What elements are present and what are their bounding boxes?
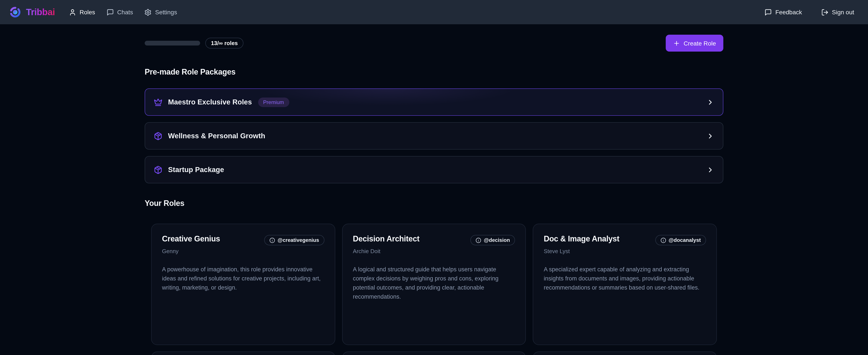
role-description: A logical and structured guide that help…: [353, 265, 515, 301]
package-row-maestro[interactable]: Maestro Exclusive Roles Premium: [145, 88, 723, 116]
nav-item-settings[interactable]: Settings: [144, 8, 177, 16]
package-icon: [154, 131, 162, 140]
role-card-partial[interactable]: [533, 352, 717, 355]
brand-name: Tribbai: [26, 7, 55, 17]
nav-item-chats[interactable]: Chats: [106, 8, 133, 16]
logout-icon: [821, 8, 828, 16]
info-icon: [270, 237, 275, 243]
chevron-right-icon: [707, 166, 714, 174]
role-subtitle: Archie Doit: [353, 248, 515, 255]
main-content: 13/∞ roles Create Role Pre-made Role Pac…: [145, 35, 723, 355]
feedback-button[interactable]: Feedback: [765, 8, 802, 16]
plus-icon: [673, 40, 680, 47]
roles-toolbar: 13/∞ roles Create Role: [145, 35, 723, 52]
package-row-startup[interactable]: Startup Package: [145, 156, 723, 183]
page: Tribbai Roles Chats Settings Feedback: [0, 0, 868, 355]
roles-count-badge: 13/∞ roles: [205, 38, 243, 49]
role-title: Doc & Image Analyst: [544, 235, 619, 244]
create-role-button[interactable]: Create Role: [666, 35, 723, 52]
role-handle-badge[interactable]: @creativegenius: [264, 235, 324, 245]
card-header: Decision Architect @decision: [353, 235, 515, 245]
role-cards-grid: Creative Genius @creativegenius Genny A …: [151, 224, 717, 345]
role-subtitle: Genny: [162, 248, 324, 255]
role-handle-badge[interactable]: @decision: [470, 235, 515, 245]
role-description: A specialized expert capable of analyzin…: [544, 265, 706, 293]
your-roles-section-title: Your Roles: [145, 199, 723, 208]
brand-logo[interactable]: Tribbai: [9, 6, 55, 19]
package-title: Wellness & Personal Growth: [168, 132, 265, 140]
role-card-partial[interactable]: [342, 352, 526, 355]
signout-label: Sign out: [832, 9, 854, 16]
package-list: Maestro Exclusive Roles Premium Wellness…: [145, 88, 723, 183]
role-card-creative-genius[interactable]: Creative Genius @creativegenius Genny A …: [151, 224, 335, 345]
package-title: Startup Package: [168, 166, 224, 174]
premade-section-title: Pre-made Role Packages: [145, 68, 723, 77]
create-role-label: Create Role: [684, 40, 716, 47]
role-handle: @decision: [484, 237, 510, 243]
chat-bubble-icon: [106, 8, 114, 16]
role-title: Creative Genius: [162, 235, 220, 244]
role-handle: @docanalyst: [669, 237, 701, 243]
chevron-right-icon: [707, 98, 714, 106]
user-icon: [69, 8, 76, 16]
card-header: Creative Genius @creativegenius: [162, 235, 324, 245]
signout-button[interactable]: Sign out: [821, 8, 854, 16]
role-card-doc-image-analyst[interactable]: Doc & Image Analyst @docanalyst Steve Ly…: [533, 224, 717, 345]
crown-icon: [154, 98, 162, 107]
chevron-right-icon: [707, 132, 714, 140]
feedback-label: Feedback: [775, 9, 802, 16]
package-icon: [154, 166, 162, 174]
role-card-partial[interactable]: [151, 352, 335, 355]
package-row-wellness[interactable]: Wellness & Personal Growth: [145, 122, 723, 150]
info-icon: [475, 237, 481, 243]
chat-bubble-icon: [765, 8, 772, 16]
premium-badge: Premium: [258, 97, 289, 107]
gear-icon: [144, 8, 152, 16]
role-description: A powerhouse of imagination, this role p…: [162, 265, 324, 293]
package-title: Maestro Exclusive Roles: [168, 98, 252, 106]
roles-progress-bar: [145, 41, 200, 46]
nav-item-label: Settings: [155, 9, 177, 16]
nav-right: Feedback Sign out: [765, 8, 854, 16]
nav-item-roles[interactable]: Roles: [69, 8, 95, 16]
nav-items: Roles Chats Settings: [69, 8, 177, 16]
nav-item-label: Roles: [80, 9, 95, 16]
role-handle: @creativegenius: [278, 237, 319, 243]
tribbai-logo-icon: [9, 6, 22, 19]
info-icon: [660, 237, 666, 243]
role-handle-badge[interactable]: @docanalyst: [655, 235, 706, 245]
role-cards-grid-partial: [151, 352, 717, 355]
role-card-decision-architect[interactable]: Decision Architect @decision Archie Doit…: [342, 224, 526, 345]
card-header: Doc & Image Analyst @docanalyst: [544, 235, 706, 245]
role-subtitle: Steve Lyst: [544, 248, 706, 255]
nav-item-label: Chats: [117, 9, 133, 16]
role-title: Decision Architect: [353, 235, 420, 244]
navbar: Tribbai Roles Chats Settings Feedback: [0, 0, 868, 24]
